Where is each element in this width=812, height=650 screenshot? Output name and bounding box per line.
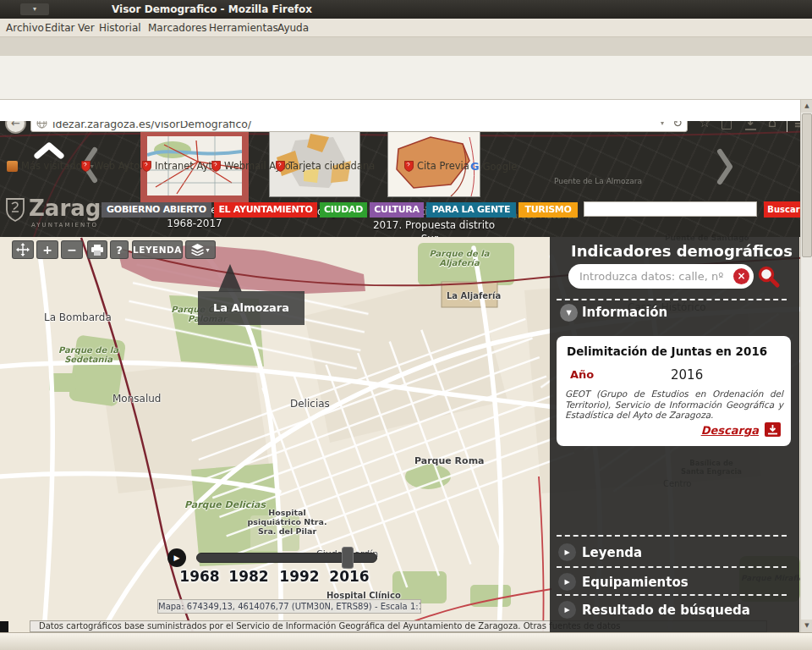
tabbar: Visor Demografico × +: [0, 37, 812, 56]
divider: [557, 299, 787, 300]
carousel-right-chevron-icon[interactable]: [715, 148, 735, 185]
shield-icon: [81, 161, 91, 172]
timeline-handle[interactable]: [342, 547, 354, 569]
menu-item-historial[interactable]: Historial: [99, 22, 141, 34]
divider: [557, 594, 787, 596]
section-leyenda[interactable]: Leyenda: [582, 545, 642, 560]
scrollbar-down-icon[interactable]: ▼: [801, 620, 812, 632]
carousel-up-chevron-icon[interactable]: [34, 142, 64, 159]
map-label: Hospital psiquiátrico Ntra. Sra. del Pil…: [247, 508, 327, 536]
map-coordinates: Mapa: 674349,13, 4614076,77 (UTM30N, ETR…: [157, 599, 421, 614]
map-label: Delicias: [290, 398, 330, 410]
legend-button[interactable]: LEYENDA: [132, 240, 183, 259]
bookmark-cita-previa[interactable]: Cita Previa: [404, 160, 469, 172]
window-menu-button[interactable]: ▾: [20, 3, 49, 15]
print-button[interactable]: [87, 240, 107, 259]
menu-item-marcadores[interactable]: Marcadores: [148, 22, 207, 34]
printer-icon: [91, 245, 103, 256]
navigation-toolbar: ← idezar.zaragoza.es/visorDemografico/ ▾…: [0, 56, 812, 78]
section-resultado-busqueda[interactable]: Resultado de búsqueda: [582, 603, 750, 618]
section-toggle-icon[interactable]: ▶: [558, 543, 576, 561]
zoom-in-button[interactable]: +: [36, 240, 58, 259]
bookmarks-toolbar: Más visitados ▾ Web Ayto. Intranet Ayto.…: [0, 78, 812, 100]
nav-link-para-la-gente[interactable]: PARA LA GENTE: [426, 202, 516, 218]
taskbar: TIP/fe propu... Bande... CONS... Ayunta.…: [0, 632, 812, 650]
window-titlebar[interactable]: ▾ Visor Demografico - Mozilla Firefox: [0, 0, 812, 19]
info-toggle-icon[interactable]: ▼: [560, 304, 578, 322]
map-label: Monsalud: [112, 393, 161, 405]
timeline-year-1992: 1992: [276, 568, 323, 585]
scrollbar-corner: [0, 621, 8, 632]
menu-item-ver[interactable]: Ver: [78, 22, 95, 34]
layers-button[interactable]: ▾: [185, 240, 216, 259]
timeline-play-button[interactable]: ▶: [167, 548, 186, 567]
timeline-year-1982: 1982: [225, 568, 272, 585]
window-title: Visor Demografico - Mozilla Firefox: [112, 3, 312, 15]
nav-link-turismo[interactable]: TURISMO: [518, 202, 578, 218]
timeline-year-2016: 2016: [326, 568, 373, 585]
bookmark-label: Web Ayto.: [94, 160, 143, 172]
layers-icon: [191, 244, 204, 256]
timeline-year-1968: 1968: [176, 568, 223, 585]
year-value: 2016: [671, 367, 703, 383]
bookmark-tarjeta-ciudadana[interactable]: Tarjeta ciudadana: [276, 160, 375, 172]
shield-icon: [404, 161, 414, 172]
pan-icon: [16, 243, 30, 256]
bookmark-label: Google: [483, 161, 518, 173]
map-label: Parque de la Sedetania: [52, 345, 124, 364]
menu-item-ayuda[interactable]: Ayuda: [277, 22, 309, 34]
map-label: Parque de la Aljafería: [426, 249, 492, 267]
card-title: Delimitación de Juntas en 2016: [567, 344, 767, 358]
folder-icon: [7, 161, 18, 172]
menu-item-herramientas[interactable]: Herramientas: [209, 22, 278, 34]
map-series-carousel: Puente de La Almozara Parque Macanaz: [0, 121, 812, 237]
bookmark-web-ayto[interactable]: Web Ayto.: [81, 160, 143, 172]
screen: La Bombarda Parque de la Sedetania Monsa…: [0, 0, 812, 650]
year-label: Año: [570, 368, 594, 381]
indicators-panel: Indicadores demográficos × ▼ Información…: [550, 237, 799, 632]
map-tooltip: La Almozara: [198, 291, 304, 325]
tooltip-pointer: [218, 264, 242, 292]
page-scrollbar[interactable]: ▲ ▼: [800, 100, 812, 632]
nav-link-el-ayuntamiento[interactable]: EL AYUNTAMIENTO: [214, 202, 317, 218]
site-search-input[interactable]: [584, 201, 757, 217]
divider: [557, 566, 787, 568]
info-card: Delimitación de Juntas en 2016 Año 2016 …: [557, 336, 791, 446]
site-navigation: GOBIERNO ABIERTO EL AYUNTAMIENTO CIUDAD …: [0, 100, 812, 121]
zoom-out-button[interactable]: −: [61, 240, 83, 259]
map-label: Puente de La Almozara: [554, 177, 642, 185]
section-toggle-icon[interactable]: ▶: [558, 573, 576, 591]
download-link[interactable]: Descarga: [701, 424, 759, 437]
address-search-input[interactable]: [579, 267, 723, 284]
bookmark-intranet-ayto[interactable]: Intranet Ayto.: [142, 160, 221, 172]
divider: [557, 535, 787, 537]
site-search-button[interactable]: Buscar: [764, 201, 804, 218]
nav-link-ciudad[interactable]: CIUDAD: [320, 202, 367, 218]
menu-item-archivo[interactable]: Archivo: [6, 22, 44, 34]
nav-link-gobierno-abierto[interactable]: GOBIERNO ABIERTO: [102, 202, 211, 218]
bookmark-label: Cita Previa: [417, 160, 469, 172]
panel-title: Indicadores demográficos: [571, 242, 793, 260]
section-informacion[interactable]: Información: [582, 305, 667, 320]
bookmark-google[interactable]: G Google: [470, 160, 517, 173]
caret-down-icon: ▾: [206, 246, 209, 254]
section-equipamientos[interactable]: Equipamientos: [582, 575, 689, 590]
menubar: Archivo Editar Ver Historial Marcadores …: [0, 19, 812, 37]
section-toggle-icon[interactable]: ▶: [558, 601, 576, 619]
menu-item-editar[interactable]: Editar: [45, 22, 75, 34]
help-button[interactable]: ?: [110, 240, 129, 259]
pan-button[interactable]: [12, 240, 34, 259]
scrollbar-thumb[interactable]: [802, 113, 812, 257]
map-label: Parque Roma: [414, 455, 485, 466]
bookmark-label: Tarjeta ciudadana: [288, 160, 375, 172]
scrollbar-up-icon[interactable]: ▲: [801, 100, 812, 113]
search-button[interactable]: [757, 265, 781, 289]
bookmark-label: Más visitados: [21, 160, 87, 172]
shield-icon: [211, 161, 221, 172]
nav-link-cultura[interactable]: CULTURA: [370, 202, 424, 218]
shield-icon: [276, 161, 285, 172]
logo-subtitle: AYUNTAMIENTO: [31, 222, 98, 229]
google-icon: G: [470, 160, 480, 173]
download-icon[interactable]: [765, 422, 781, 437]
clear-search-button[interactable]: ×: [733, 268, 749, 284]
